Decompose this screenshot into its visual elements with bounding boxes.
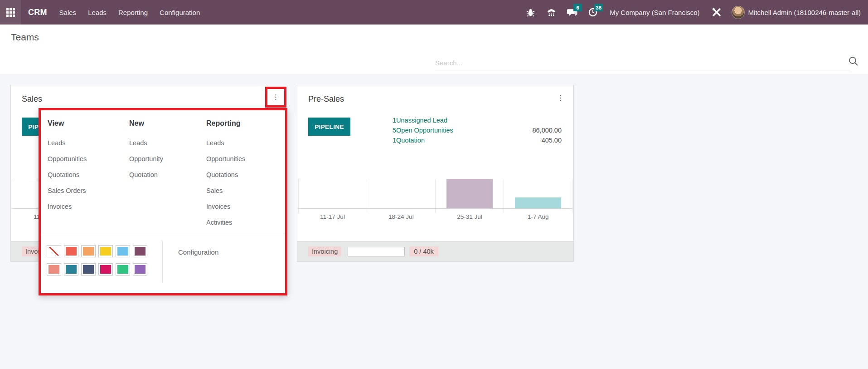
user-avatar[interactable] bbox=[732, 6, 745, 19]
card-title: Pre-Sales bbox=[308, 94, 344, 104]
color-swatch-purple[interactable] bbox=[133, 263, 147, 276]
color-swatch-green[interactable] bbox=[116, 263, 130, 276]
voip-phone-icon[interactable] bbox=[546, 7, 557, 18]
card-title: Sales bbox=[22, 94, 42, 104]
menu-item-reporting-quotations[interactable]: Quotations bbox=[206, 167, 283, 183]
card-amounts: 86,000.00 405.00 bbox=[532, 125, 562, 145]
card-dropdown-menu: View Leads Opportunities Quotations Sale… bbox=[39, 108, 287, 295]
apps-grid-icon bbox=[6, 8, 15, 17]
search-input[interactable] bbox=[435, 55, 850, 70]
control-panel: Teams Filters Group By Favorites 1-2 / 2 bbox=[0, 25, 868, 74]
chart-bar bbox=[446, 179, 493, 208]
color-swatch-medium-blue[interactable] bbox=[64, 263, 78, 276]
apps-menu-button[interactable] bbox=[0, 0, 21, 25]
color-swatch-salmon[interactable] bbox=[47, 263, 61, 276]
menu-item-reporting-activities[interactable]: Activities bbox=[206, 215, 283, 231]
dropdown-vertical-divider bbox=[162, 241, 163, 283]
color-swatch-light-blue[interactable] bbox=[116, 245, 130, 257]
app-name: CRM bbox=[28, 8, 47, 17]
menu-item-new-leads[interactable]: Leads bbox=[129, 135, 206, 151]
color-swatch-fuchsia[interactable] bbox=[98, 263, 113, 276]
top-navbar: CRM Sales Leads Reporting Configuration … bbox=[0, 0, 868, 25]
color-picker bbox=[47, 245, 147, 276]
chart-baseline bbox=[298, 208, 572, 209]
dropdown-column-title: New bbox=[129, 118, 206, 129]
tools-wrench-icon[interactable] bbox=[711, 7, 722, 18]
menu-item-reporting-invoices[interactable]: Invoices bbox=[206, 199, 283, 215]
card-kebab-menu-button[interactable]: ⋮ bbox=[555, 92, 566, 103]
invoicing-footer: Invoicing 0 / 40k bbox=[297, 241, 573, 261]
quotations-link[interactable]: 1Quotation bbox=[393, 135, 453, 145]
nav-menu-configuration[interactable]: Configuration bbox=[154, 0, 206, 25]
page-title: Teams bbox=[11, 32, 39, 43]
pipeline-button[interactable]: PIPELINE bbox=[308, 118, 350, 136]
menu-item-new-quotation[interactable]: Quotation bbox=[129, 167, 206, 183]
menu-item-view-invoices[interactable]: Invoices bbox=[48, 199, 125, 215]
color-swatch-dark-blue[interactable] bbox=[81, 263, 96, 276]
nav-menu-leads[interactable]: Leads bbox=[82, 0, 112, 25]
menu-item-configuration[interactable]: Configuration bbox=[178, 248, 218, 256]
kanban-content-area: Sales PIPELINE 11-17 Jul 18-24 Jul 25-31… bbox=[0, 74, 868, 369]
team-card-presales: Pre-Sales ⋮ PIPELINE 1Unassigned Lead 5O… bbox=[297, 85, 574, 262]
menu-item-view-sales-orders[interactable]: Sales Orders bbox=[48, 183, 125, 199]
menu-item-view-quotations[interactable]: Quotations bbox=[48, 167, 125, 183]
color-swatch-yellow[interactable] bbox=[98, 245, 113, 257]
messages-badge: 6 bbox=[573, 4, 582, 11]
messages-chat-icon[interactable]: 6 bbox=[567, 7, 577, 18]
debug-bug-icon[interactable] bbox=[525, 7, 536, 18]
menu-item-new-opportunity[interactable]: Opportunity bbox=[129, 151, 206, 167]
navbar-systray: 6 36 My Company (San Francisco) Mitchell… bbox=[520, 6, 868, 19]
odoo-crm-teams-screen: CRM Sales Leads Reporting Configuration … bbox=[0, 0, 868, 369]
menu-item-reporting-leads[interactable]: Leads bbox=[206, 135, 283, 151]
nav-menu-sales[interactable]: Sales bbox=[53, 0, 82, 25]
open-opportunities-link[interactable]: 5Open Opportunities bbox=[393, 125, 453, 135]
dropdown-column-reporting: Reporting Leads Opportunities Quotations… bbox=[206, 118, 283, 231]
color-swatch-dark-purple[interactable] bbox=[133, 245, 147, 257]
dropdown-column-title: View bbox=[48, 118, 125, 129]
chart-bar bbox=[515, 197, 561, 208]
dropdown-column-title: Reporting bbox=[206, 118, 283, 129]
quotations-amount: 405.00 bbox=[532, 135, 562, 145]
user-menu[interactable]: Mitchell Admin (18100246-master-all) bbox=[745, 9, 868, 16]
card-kebab-menu-button[interactable]: ⋮ bbox=[272, 93, 279, 101]
chart-labels: 11-17 Jul 18-24 Jul 25-31 Jul 1-7 Aug bbox=[298, 213, 572, 220]
color-swatch-red[interactable] bbox=[64, 245, 78, 257]
company-switcher[interactable]: My Company (San Francisco) bbox=[603, 9, 706, 16]
dropdown-column-new: New Leads Opportunity Quotation bbox=[129, 118, 206, 183]
menu-item-reporting-opportunities[interactable]: Opportunities bbox=[206, 151, 283, 167]
dropdown-column-view: View Leads Opportunities Quotations Sale… bbox=[48, 118, 125, 215]
color-swatch-orange[interactable] bbox=[81, 245, 96, 257]
invoicing-progressbar[interactable] bbox=[348, 247, 405, 256]
activities-clock-icon[interactable]: 36 bbox=[587, 7, 598, 18]
menu-item-view-opportunities[interactable]: Opportunities bbox=[48, 151, 125, 167]
unassigned-leads-link[interactable]: 1Unassigned Lead bbox=[393, 115, 453, 125]
annotation-box-kebab: ⋮ bbox=[265, 87, 286, 108]
nav-menu-reporting[interactable]: Reporting bbox=[112, 0, 154, 25]
invoicing-value: 0 / 40k bbox=[409, 246, 438, 256]
menu-item-view-leads[interactable]: Leads bbox=[48, 135, 125, 151]
invoicing-label[interactable]: Invoicing bbox=[308, 246, 341, 256]
menu-item-reporting-sales[interactable]: Sales bbox=[206, 183, 283, 199]
color-swatch-none[interactable] bbox=[47, 245, 61, 257]
team-bar-chart bbox=[298, 179, 572, 213]
search-icon[interactable] bbox=[849, 56, 858, 68]
card-stats: 1Unassigned Lead 5Open Opportunities 1Qu… bbox=[393, 115, 453, 145]
activities-badge: 36 bbox=[594, 4, 603, 11]
opportunities-amount: 86,000.00 bbox=[532, 125, 562, 135]
dropdown-divider bbox=[41, 234, 285, 234]
